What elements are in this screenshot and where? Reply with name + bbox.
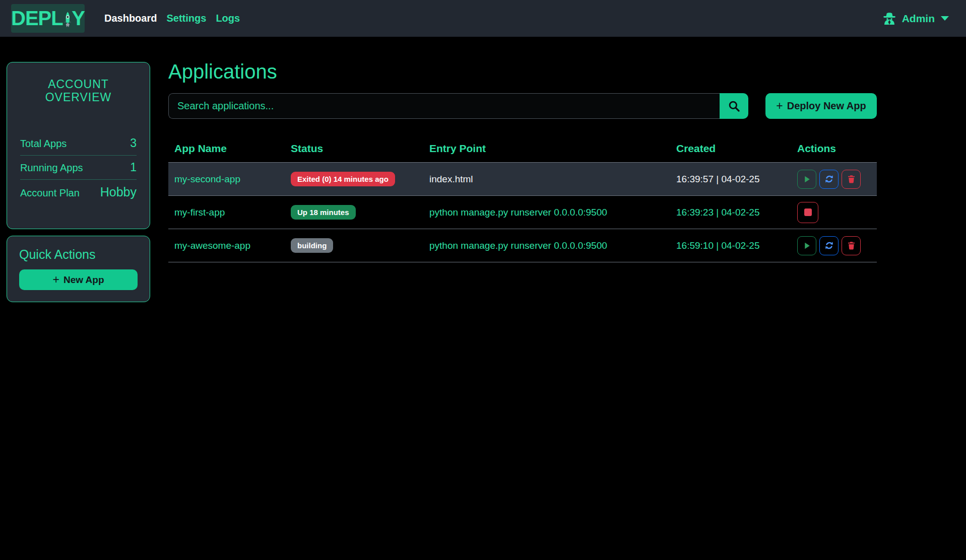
stat-label: Running Apps [20,162,83,174]
nav-links: Dashboard Settings Logs [104,13,240,24]
stop-app-button[interactable] [797,202,818,223]
table-row: my-first-app Up 18 minutes python manage… [168,196,877,229]
sidebar: ACCOUNT OVERVIEW Total Apps 3 Running Ap… [7,62,150,302]
status-badge: Exited (0) 14 minutes ago [291,172,395,186]
app-name: my-first-app [168,196,285,229]
deploy-button-label: Deploy New App [787,100,866,112]
column-header-created: Created [670,143,791,163]
deploy-new-app-button[interactable]: + Deploy New App [765,93,877,119]
stat-running-apps: Running Apps 1 [20,155,137,179]
actions-cell [791,229,877,262]
app-logo[interactable]: DEPL Y [11,4,85,33]
stat-value: 3 [130,136,137,150]
start-app-button[interactable] [797,236,816,255]
column-header-app-name: App Name [168,143,285,163]
status-cell: Exited (0) 14 minutes ago [285,163,423,196]
restart-app-button[interactable] [819,236,839,255]
stat-total-apps: Total Apps 3 [20,131,137,155]
logo-text-prefix: DEPL [11,7,63,30]
nav-link-dashboard[interactable]: Dashboard [104,13,157,24]
status-badge: building [291,238,333,253]
entry-point: python manage.py runserver 0.0.0.0:9500 [423,229,670,262]
actions-cell [791,163,877,196]
column-header-entry-point: Entry Point [423,143,670,163]
stat-account-plan: Account Plan Hobby [20,179,137,204]
restart-app-button[interactable] [819,170,839,189]
created-timestamp: 16:59:10 | 04-02-25 [670,229,791,262]
new-app-button-label: New App [63,274,104,286]
created-timestamp: 16:39:23 | 04-02-25 [670,196,791,229]
nav-link-logs[interactable]: Logs [216,13,240,24]
plus-icon: + [776,100,783,112]
stat-label: Total Apps [20,138,67,150]
search-row: + Deploy New App [168,93,877,119]
play-icon [802,241,812,251]
quick-actions-title: Quick Actions [19,247,138,262]
table-row: my-awesome-app building python manage.py… [168,229,877,262]
actions-cell [791,196,877,229]
refresh-icon [824,240,834,251]
search-icon [728,100,741,113]
entry-point: python manage.py runserver 0.0.0.0:9500 [423,196,670,229]
created-timestamp: 16:39:57 | 04-02-25 [670,163,791,196]
page-layout: ACCOUNT OVERVIEW Total Apps 3 Running Ap… [0,37,966,302]
search-input[interactable] [168,93,720,119]
plus-icon: + [52,274,59,286]
admin-label: Admin [902,13,935,25]
top-navbar: DEPL Y Dashboard Settings Logs Admin [0,0,966,37]
stat-value: Hobby [100,185,137,199]
trash-icon [847,174,856,184]
delete-app-button[interactable] [842,236,861,255]
quick-actions-card: Quick Actions + New App [7,236,150,302]
rocket-icon [62,9,73,32]
search-button[interactable] [720,93,748,119]
chevron-down-icon [941,16,949,21]
stat-label: Account Plan [20,187,80,199]
delete-app-button[interactable] [842,170,861,189]
table-header-row: App Name Status Entry Point Created Acti… [168,143,877,163]
status-cell: Up 18 minutes [285,196,423,229]
app-name: my-awesome-app [168,229,285,262]
stop-icon [804,208,812,216]
spy-user-icon [882,11,897,26]
play-icon [802,174,812,184]
table-row: my-second-app Exited (0) 14 minutes ago … [168,163,877,196]
applications-table: App Name Status Entry Point Created Acti… [168,143,877,262]
main-content: Applications + Deploy New App [168,37,877,262]
search-group [168,93,748,119]
logo-text-suffix: Y [72,7,85,30]
nav-link-settings[interactable]: Settings [166,13,206,24]
account-overview-card: ACCOUNT OVERVIEW Total Apps 3 Running Ap… [7,62,150,229]
status-cell: building [285,229,423,262]
entry-point: index.html [423,163,670,196]
account-overview-title: ACCOUNT OVERVIEW [20,78,137,104]
app-name: my-second-app [168,163,285,196]
column-header-status: Status [285,143,423,163]
stat-value: 1 [130,161,137,174]
new-app-button[interactable]: + New App [19,269,138,290]
admin-dropdown[interactable]: Admin [882,11,949,26]
column-header-actions: Actions [791,143,877,163]
trash-icon [847,241,856,250]
page-title: Applications [168,61,877,82]
refresh-icon [824,174,834,184]
start-app-button[interactable] [797,170,816,189]
status-badge: Up 18 minutes [291,205,356,220]
